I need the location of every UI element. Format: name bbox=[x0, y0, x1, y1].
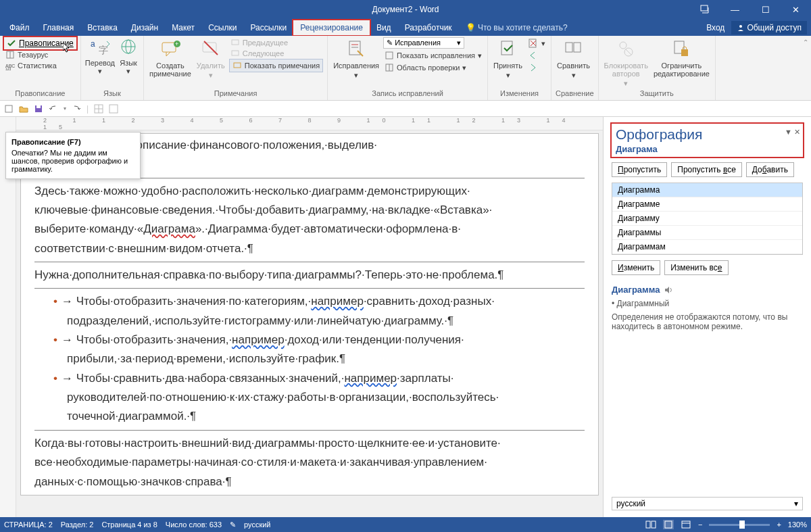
change-all-button[interactable]: Изменить все bbox=[664, 260, 728, 275]
touch-mode-icon[interactable] bbox=[4, 104, 14, 114]
add-button[interactable]: Добавить bbox=[746, 162, 794, 177]
ribbon-options-icon[interactable] bbox=[689, 0, 720, 19]
suggestion-item[interactable]: Диаграмму bbox=[612, 212, 802, 226]
prev-icon bbox=[230, 38, 240, 47]
status-section[interactable]: Раздел: 2 bbox=[61, 521, 94, 529]
status-pageof[interactable]: Страница 4 из 8 bbox=[101, 521, 157, 529]
titlebar: Документ2 - Word — ☐ ✕ bbox=[0, 0, 811, 19]
next-comment-button[interactable]: Следующее bbox=[229, 48, 323, 59]
zoom-level[interactable]: 130% bbox=[788, 521, 807, 529]
tab-home[interactable]: Главная bbox=[36, 20, 81, 35]
track-icon bbox=[345, 39, 367, 60]
pane-lang-combo[interactable]: русский▾ bbox=[612, 497, 803, 510]
accept-button[interactable]: Принять▾ bbox=[492, 37, 524, 81]
skip-button[interactable]: Пропустить bbox=[612, 162, 667, 177]
tellme-input[interactable]: 💡 Что вы хотите сделать? bbox=[459, 20, 574, 35]
quick-access-bar: ▾ | bbox=[0, 101, 811, 117]
new-comment-button[interactable]: + Создать примечание bbox=[148, 37, 193, 79]
print-layout-icon[interactable] bbox=[663, 520, 674, 529]
maximize-icon[interactable]: ☐ bbox=[750, 0, 781, 19]
pane-icon bbox=[385, 63, 394, 72]
spelling-error[interactable]: Диаграма bbox=[143, 222, 195, 235]
language-button[interactable]: Язык▾ bbox=[118, 37, 139, 76]
horizontal-ruler[interactable]: 2 1 1 2 3 4 5 6 7 8 9 10 11 12 13 14 15 bbox=[16, 117, 603, 130]
tab-design[interactable]: Дизайн bbox=[124, 20, 165, 35]
tab-view[interactable]: Вид bbox=[370, 20, 398, 35]
stats-button[interactable]: ABC123 Статистика bbox=[4, 60, 58, 71]
table-icon[interactable] bbox=[94, 104, 103, 114]
status-proof-icon[interactable]: ✎ bbox=[230, 521, 236, 529]
block-authors-button[interactable]: Блокировать авторов▾ bbox=[603, 37, 649, 89]
read-mode-icon[interactable] bbox=[645, 520, 656, 529]
close-icon[interactable]: ✕ bbox=[781, 0, 811, 19]
undo-icon[interactable] bbox=[49, 104, 58, 114]
save-icon[interactable] bbox=[34, 104, 43, 114]
suggestion-item[interactable]: Диаграммам bbox=[612, 240, 802, 254]
prev-change-button[interactable] bbox=[526, 49, 547, 62]
tab-refs[interactable]: Ссылки bbox=[201, 20, 243, 35]
share-button[interactable]: Общий доступ bbox=[731, 21, 807, 34]
tab-dev[interactable]: Разработчик bbox=[398, 20, 459, 35]
next-change-button[interactable] bbox=[526, 62, 547, 74]
right-icon bbox=[528, 62, 539, 73]
signin-link[interactable]: Вход bbox=[706, 23, 724, 32]
open-icon[interactable] bbox=[19, 104, 28, 114]
tab-insert[interactable]: Вставка bbox=[80, 20, 124, 35]
suggestion-item[interactable]: Диаграммы bbox=[612, 226, 802, 240]
translate-button[interactable]: a字 Перевод▾ bbox=[85, 37, 115, 76]
minimize-icon[interactable]: — bbox=[720, 0, 750, 19]
status-words[interactable]: Число слов: 633 bbox=[166, 521, 222, 529]
tab-file[interactable]: Файл bbox=[3, 20, 36, 35]
zoom-slider[interactable] bbox=[709, 524, 770, 526]
show-markup-button[interactable]: Показать исправления ▾ bbox=[383, 50, 483, 61]
track-changes-button[interactable]: Исправления▾ bbox=[332, 37, 380, 81]
group-label-track: Запись исправлений bbox=[332, 89, 483, 99]
svg-rect-36 bbox=[5, 105, 12, 112]
status-lang[interactable]: русский bbox=[244, 521, 270, 529]
delete-comment-button[interactable]: Удалить▾ bbox=[195, 37, 226, 81]
markup-icon bbox=[385, 51, 394, 60]
pane-close-icon[interactable]: ✕ bbox=[794, 128, 800, 136]
pane-word: Диаграма bbox=[616, 144, 799, 154]
comment-del-icon bbox=[200, 39, 222, 60]
svg-rect-0 bbox=[701, 5, 708, 11]
suggestion-item[interactable]: Диаграмме bbox=[612, 197, 802, 212]
svg-rect-45 bbox=[665, 521, 672, 528]
prev-comment-button[interactable]: Предыдущее bbox=[229, 37, 323, 48]
group-label-spelling: Правописание bbox=[4, 89, 76, 99]
svg-rect-25 bbox=[501, 41, 512, 55]
svg-line-15 bbox=[204, 41, 218, 55]
compare-button[interactable]: Сравнить▾ bbox=[556, 37, 591, 81]
reject-icon bbox=[528, 38, 539, 49]
suggestion-item[interactable]: Диаграмма bbox=[612, 183, 802, 197]
speaker-icon[interactable] bbox=[664, 285, 673, 295]
table2-icon[interactable] bbox=[109, 104, 118, 114]
skip-all-button[interactable]: Пропустить все bbox=[671, 162, 742, 177]
svg-line-33 bbox=[626, 49, 631, 55]
document-page[interactable]: м·разделе·краткое·описание·финансового·п… bbox=[20, 133, 599, 495]
svg-point-1 bbox=[739, 25, 742, 28]
review-pane-button[interactable]: Область проверки ▾ bbox=[383, 62, 483, 73]
status-page[interactable]: СТРАНИЦА: 2 bbox=[4, 521, 53, 529]
web-layout-icon[interactable] bbox=[681, 520, 691, 529]
restrict-button[interactable]: Ограничить редактирование bbox=[652, 37, 711, 79]
display-for-review-combo[interactable]: ✎ Исправления▾ bbox=[383, 37, 464, 49]
zoom-in-button[interactable]: + bbox=[777, 521, 781, 529]
spelling-button[interactable]: Правописание bbox=[4, 37, 76, 49]
menubar: Файл Главная Вставка Дизайн Макет Ссылки… bbox=[0, 19, 811, 36]
tab-layout[interactable]: Макет bbox=[165, 20, 201, 35]
reject-button[interactable]: ▾ bbox=[526, 37, 547, 49]
tab-review[interactable]: Рецензирование bbox=[293, 20, 370, 35]
cursor-icon bbox=[63, 43, 71, 53]
change-button[interactable]: Изменить bbox=[612, 260, 660, 275]
svg-rect-11 bbox=[162, 43, 176, 52]
thesaurus-button[interactable]: Тезаурус bbox=[4, 49, 49, 60]
show-comments-button[interactable]: Показать примечания bbox=[229, 59, 323, 72]
pane-title: Орфография bbox=[616, 126, 799, 143]
compare-icon bbox=[563, 39, 585, 60]
zoom-out-button[interactable]: − bbox=[698, 521, 702, 529]
tab-mail[interactable]: Рассылки bbox=[243, 20, 293, 35]
pane-menu-icon[interactable]: ▼ bbox=[785, 128, 792, 136]
collapse-ribbon-icon[interactable]: ⌃ bbox=[803, 39, 808, 46]
redo-icon[interactable] bbox=[72, 104, 81, 114]
